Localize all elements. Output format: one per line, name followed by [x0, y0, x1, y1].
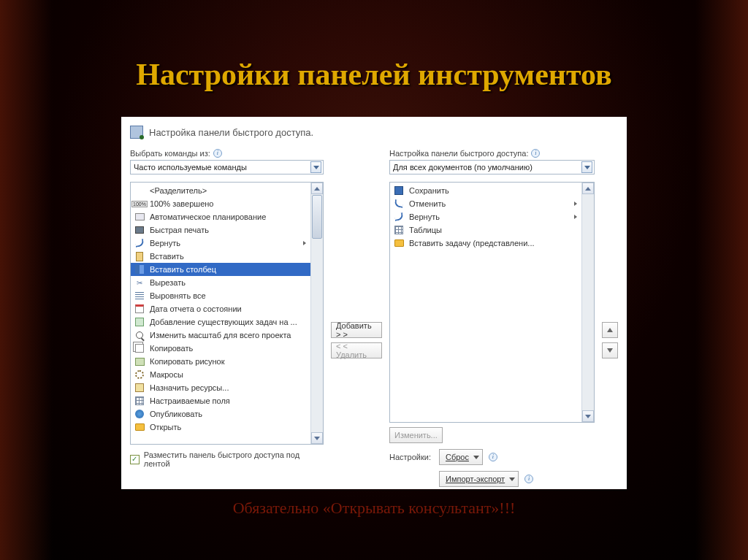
list-item-label: Отменить [409, 199, 446, 208]
redo-icon [393, 211, 405, 223]
scrollbar[interactable] [310, 183, 323, 444]
submenu-arrow-icon [574, 215, 577, 219]
reset-button[interactable]: Сброс [439, 449, 483, 465]
list-item[interactable]: Опубликовать [131, 407, 310, 421]
list-item[interactable]: Дата отчета о состоянии [131, 302, 310, 315]
table-icon [134, 395, 145, 407]
list-item[interactable]: Добавление существующих задач на ... [131, 315, 310, 329]
list-item[interactable]: Вставить [131, 250, 310, 263]
list-item-label: Дата отчета о состоянии [150, 304, 242, 313]
available-commands-list[interactable]: <Разделитель>100%100% завершеноАвтоматич… [130, 182, 324, 445]
scroll-up-button[interactable] [311, 183, 323, 194]
list-item-label: Вернуть [150, 239, 180, 248]
list-item[interactable]: Изменить масштаб для всего проекта [131, 329, 310, 342]
list-item[interactable]: Назначить ресурсы... [131, 381, 310, 394]
scroll-thumb[interactable] [312, 195, 322, 239]
list-item-label: 100% завершено [150, 199, 213, 208]
list-item-label: Быстрая печать [150, 226, 209, 234]
submenu-arrow-icon [303, 241, 306, 245]
quick-access-customize-dialog: Настройка панели быстрого доступа. Выбра… [121, 117, 627, 489]
list-item-label: Макросы [150, 370, 183, 379]
list-item-label: Вырезать [150, 278, 186, 287]
res-icon [134, 382, 145, 394]
list-item-label: Копировать [150, 344, 193, 353]
list-item[interactable]: Копировать рисунок [131, 355, 310, 368]
info-icon[interactable] [489, 453, 497, 461]
checkbox-label: Разместить панель быстрого доступа под л… [144, 450, 324, 468]
folder-icon [134, 421, 145, 433]
commands-from-combo[interactable]: Часто используемые команды [130, 160, 324, 174]
combo-value: Для всех документов (по умолчанию) [393, 163, 533, 172]
customize-icon [130, 126, 143, 139]
gear-icon [134, 369, 145, 380]
list-item[interactable]: Выровнять все [131, 289, 310, 302]
list-item-label: Таблицы [409, 226, 442, 234]
redo-icon [134, 237, 145, 249]
pub-icon [134, 408, 145, 420]
cut-icon: ✂ [134, 277, 145, 288]
list-item-label: Настраиваемые поля [150, 396, 230, 405]
list-item[interactable]: Вернуть [131, 237, 310, 250]
img-icon [134, 356, 145, 367]
modify-button[interactable]: Изменить... [389, 427, 443, 443]
reset-label: Настройки: [389, 453, 433, 461]
undo-icon [393, 198, 405, 210]
slide-footnote: Обязательно «Открывать консультант»!!! [0, 499, 748, 518]
dialog-title: Настройка панели быстрого доступа. [149, 127, 313, 138]
slide-title: Настройки панелей инструментов [0, 57, 748, 92]
quick-access-list[interactable]: СохранитьОтменитьВернутьТаблицыВставить … [389, 182, 595, 423]
list-item[interactable]: Отменить [390, 197, 581, 210]
info-icon[interactable] [213, 149, 222, 158]
customize-qat-label: Настройка панели быстрого доступа: [389, 149, 595, 158]
list-item[interactable]: Таблицы [390, 223, 581, 237]
scrollbar[interactable] [581, 183, 594, 422]
chevron-down-icon [509, 477, 515, 481]
import-export-button[interactable]: Импорт-экспорт [439, 471, 519, 487]
cal-icon [134, 303, 145, 315]
choose-commands-label: Выбрать команды из: [130, 149, 324, 158]
place-below-ribbon-checkbox[interactable]: ✓ [130, 455, 140, 464]
list-item-label: Копировать рисунок [150, 357, 225, 366]
save-icon [393, 185, 405, 196]
list-item[interactable]: Вставить задачу (представлени... [390, 237, 581, 250]
col-icon [134, 264, 145, 275]
list-item-label: <Разделитель> [150, 186, 207, 195]
list-item-label: Сохранить [409, 186, 449, 195]
list-item[interactable]: <Разделитель> [131, 184, 310, 197]
list-item[interactable]: Быстрая печать [131, 223, 310, 237]
scroll-up-button[interactable] [582, 183, 594, 194]
list-item[interactable]: 100%100% завершено [131, 197, 310, 210]
list-item[interactable]: Макросы [131, 368, 310, 381]
print-icon [134, 224, 145, 236]
list-item-label: Добавление существующих задач на ... [150, 318, 297, 326]
list-item-label: Вставить задачу (представлени... [409, 239, 535, 248]
list-item-label: Опубликовать [150, 410, 202, 418]
list-item[interactable]: Вставить столбец [131, 263, 310, 276]
combo-value: Часто используемые команды [134, 163, 247, 172]
list-item[interactable]: Открыть [131, 421, 310, 434]
for-documents-combo[interactable]: Для всех документов (по умолчанию) [389, 160, 595, 174]
info-icon[interactable] [531, 149, 540, 158]
list-item[interactable]: Сохранить [390, 184, 581, 197]
scroll-down-button[interactable] [311, 432, 323, 444]
list-item-label: Вставить [150, 252, 184, 261]
list-item[interactable]: Автоматическое планирование [131, 210, 310, 223]
add-button[interactable]: Добавить > > [331, 322, 382, 338]
move-up-button[interactable] [602, 322, 618, 338]
scroll-down-button[interactable] [582, 410, 594, 422]
list-item[interactable]: Вернуть [390, 210, 581, 223]
chevron-down-icon[interactable] [310, 161, 321, 173]
folder-icon [393, 237, 405, 249]
list-item[interactable]: Настраиваемые поля [131, 394, 310, 407]
chevron-down-icon[interactable] [581, 161, 592, 173]
list-item-label: Вернуть [409, 212, 440, 221]
list-item[interactable]: Копировать [131, 342, 310, 355]
submenu-arrow-icon [574, 202, 577, 206]
info-icon[interactable] [524, 475, 533, 483]
list-item[interactable]: ✂Вырезать [131, 276, 310, 289]
100-icon: 100% [134, 198, 145, 210]
list-item-label: Изменить масштаб для всего проекта [150, 331, 291, 340]
list-item-label: Выровнять все [150, 291, 206, 300]
move-down-button[interactable] [602, 342, 618, 358]
remove-button[interactable]: < < Удалить [331, 342, 382, 358]
